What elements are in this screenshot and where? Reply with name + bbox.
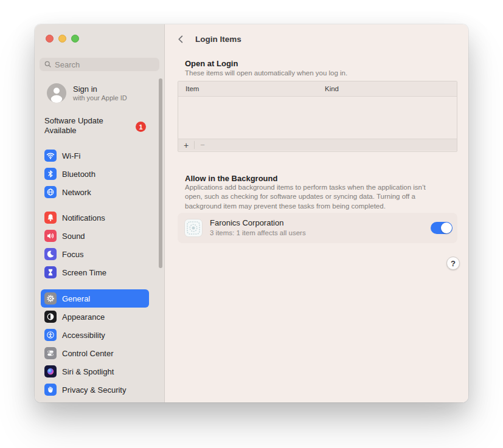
bluetooth-icon bbox=[44, 168, 57, 180]
login-items-table-body bbox=[178, 97, 457, 139]
system-settings-window: Search Sign in with your Apple ID Softwa… bbox=[35, 24, 468, 402]
accessibility-icon bbox=[44, 329, 57, 341]
window-controls bbox=[46, 35, 79, 43]
avatar bbox=[47, 83, 66, 103]
sidebar-item-notifications[interactable]: Notifications bbox=[41, 208, 149, 227]
faronics-app-icon bbox=[184, 219, 203, 237]
help-button[interactable]: ? bbox=[446, 257, 460, 270]
zoom-button[interactable] bbox=[71, 35, 79, 43]
column-header-item[interactable]: Item bbox=[178, 81, 199, 98]
software-update-row[interactable]: Software Update Available 1 bbox=[44, 116, 160, 136]
page-title: Login Items bbox=[195, 35, 241, 44]
sidebar-nav: Wi-Fi Bluetooth Network bbox=[41, 146, 149, 399]
sidebar-item-screen-time[interactable]: Screen Time bbox=[41, 263, 149, 281]
chevron-left-icon bbox=[176, 35, 186, 44]
bell-icon bbox=[44, 212, 57, 224]
minimize-button[interactable] bbox=[58, 35, 66, 43]
sidebar-item-control-center[interactable]: Control Center bbox=[41, 344, 149, 362]
search-placeholder: Search bbox=[55, 60, 80, 69]
background-item-detail: 3 items: 1 item affects all users bbox=[210, 229, 306, 236]
toggles-icon bbox=[44, 347, 57, 359]
sidebar-item-siri-spotlight[interactable]: Siri & Spotlight bbox=[41, 362, 149, 381]
sign-in-row[interactable]: Sign in with your Apple ID bbox=[47, 83, 127, 103]
siri-icon bbox=[44, 365, 57, 377]
sidebar-item-wifi[interactable]: Wi-Fi bbox=[41, 146, 149, 165]
back-button[interactable] bbox=[173, 32, 188, 46]
sidebar-item-sound[interactable]: Sound bbox=[41, 227, 149, 245]
software-update-label: Software Update Available bbox=[44, 116, 119, 136]
search-icon bbox=[44, 60, 52, 69]
allow-background-description: Applications add background items to per… bbox=[185, 183, 444, 211]
login-items-table: Item Kind + − bbox=[178, 81, 457, 152]
background-item-row[interactable]: Faronics Corporation 3 items: 1 item aff… bbox=[178, 213, 457, 243]
sidebar-scrollbar[interactable] bbox=[159, 78, 162, 268]
search-input[interactable]: Search bbox=[40, 58, 159, 71]
appearance-icon bbox=[44, 311, 57, 323]
speaker-icon bbox=[44, 230, 57, 242]
sidebar-item-privacy-security[interactable]: Privacy & Security bbox=[41, 381, 149, 399]
notification-badge: 1 bbox=[136, 122, 146, 132]
open-at-login-description: These items will open automatically when… bbox=[185, 69, 347, 78]
sign-in-subtitle: with your Apple ID bbox=[73, 94, 127, 102]
desktop-background: Search Sign in with your Apple ID Softwa… bbox=[0, 0, 503, 448]
wifi-icon bbox=[44, 150, 57, 162]
close-button[interactable] bbox=[46, 35, 54, 43]
toggle-knob bbox=[441, 222, 452, 233]
remove-item-button[interactable]: − bbox=[195, 139, 210, 151]
sidebar-item-appearance[interactable]: Appearance bbox=[41, 308, 149, 326]
moon-icon bbox=[44, 248, 57, 260]
sign-in-title: Sign in bbox=[73, 84, 127, 94]
add-item-button[interactable]: + bbox=[178, 139, 194, 151]
gear-icon bbox=[44, 292, 57, 305]
background-item-toggle[interactable] bbox=[431, 222, 453, 234]
sidebar-item-focus[interactable]: Focus bbox=[41, 245, 149, 263]
sidebar-item-accessibility[interactable]: Accessibility bbox=[41, 326, 149, 344]
open-at-login-heading: Open at Login bbox=[185, 59, 238, 68]
background-item-name: Faronics Corporation bbox=[210, 218, 283, 227]
sidebar-item-general[interactable]: General bbox=[41, 289, 149, 308]
login-items-table-footer: + − bbox=[178, 139, 457, 151]
globe-icon bbox=[44, 186, 57, 198]
sidebar-item-bluetooth[interactable]: Bluetooth bbox=[41, 165, 149, 183]
column-header-kind[interactable]: Kind bbox=[325, 85, 339, 92]
login-items-pane: Login Items Open at Login These items wi… bbox=[165, 24, 468, 402]
login-items-table-header: Item Kind bbox=[178, 81, 457, 97]
allow-background-heading: Allow in the Background bbox=[185, 174, 277, 183]
hourglass-icon bbox=[44, 266, 57, 278]
hand-icon bbox=[44, 384, 57, 396]
sidebar: Search Sign in with your Apple ID Softwa… bbox=[35, 24, 165, 402]
sidebar-item-network[interactable]: Network bbox=[41, 183, 149, 201]
